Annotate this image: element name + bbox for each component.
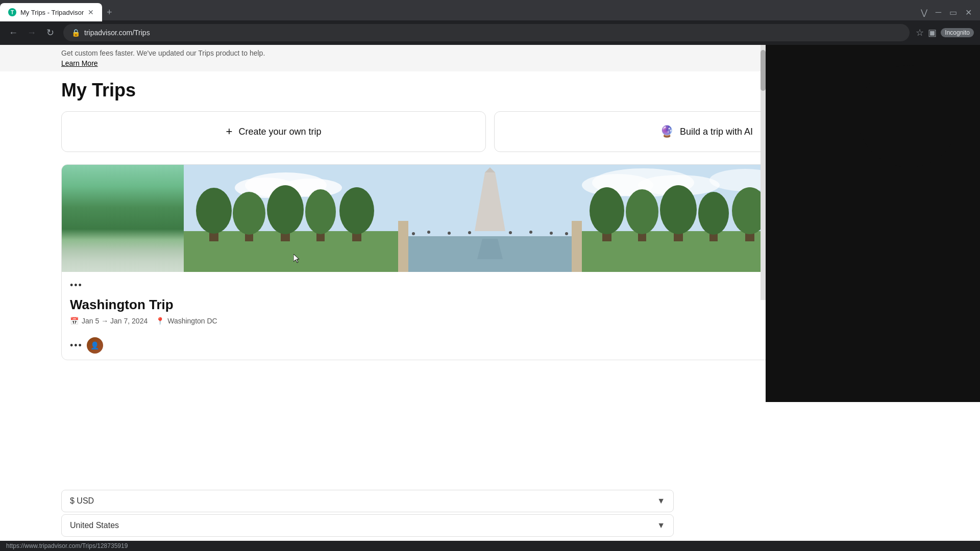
svg-point-24 [590,187,624,234]
build-ai-label: Build a trip with AI [680,127,753,137]
trip-location: 📍 Washington DC [156,317,217,325]
svg-point-28 [660,185,697,234]
trip-footer-more[interactable]: ••• [70,340,83,351]
svg-point-22 [339,187,374,234]
browser-chrome: T My Trips - Tripadvisor ✕ + ⋁ ─ ▭ ✕ ← →… [0,0,980,45]
plus-icon: + [226,125,233,138]
minimize-button[interactable]: ─ [936,8,941,17]
reload-button[interactable]: ↻ [43,26,57,40]
calendar-icon: 📅 [70,317,79,325]
right-panel [766,45,980,372]
svg-point-43 [565,232,568,235]
address-bar: ← → ↻ 🔒 tripadvisor.com/Trips ☆ ▣ Incogn… [0,20,980,45]
svg-point-36 [412,232,415,235]
bookmark-icon[interactable]: ☆ [916,27,924,38]
tab-close-button[interactable]: ✕ [88,8,94,16]
svg-point-41 [529,231,532,234]
trip-date-range: 📅 Jan 5 → Jan 7, 2024 [70,317,148,325]
tab-bar: T My Trips - Tripadvisor ✕ + ⋁ ─ ▭ ✕ [0,0,980,20]
svg-point-18 [267,185,304,234]
location-icon: 📍 [156,317,164,325]
trip-dates: Jan 5 → Jan 7, 2024 [82,317,148,325]
scrollbar-thumb[interactable] [761,50,766,91]
svg-point-16 [233,192,265,235]
tab-favicon: T [8,8,16,16]
svg-point-20 [305,189,336,234]
close-button[interactable]: ✕ [965,8,972,17]
active-tab[interactable]: T My Trips - Tripadvisor ✕ [0,3,102,21]
trip-location-name: Washington DC [167,317,217,325]
back-button[interactable]: ← [6,26,20,40]
right-panel-circle [857,65,960,167]
incognito-badge: Incognito [941,28,974,37]
url-bar[interactable]: 🔒 tripadvisor.com/Trips [63,24,910,41]
svg-point-38 [448,232,451,235]
svg-point-42 [550,232,553,235]
maximize-button[interactable]: ▭ [949,8,957,17]
scrollbar-area[interactable] [761,45,766,300]
lock-icon: 🔒 [71,29,80,37]
ai-icon: 🔮 [660,125,674,138]
reader-mode-icon[interactable]: ▣ [928,27,937,38]
svg-rect-11 [398,221,408,272]
svg-point-30 [698,192,729,235]
svg-point-39 [468,231,471,234]
window-controls: ⋁ ─ ▭ ✕ [921,8,980,17]
svg-point-14 [196,188,232,234]
user-avatar: 👤 [87,337,103,354]
url-text: tripadvisor.com/Trips [84,29,150,37]
create-trip-label: Create your own trip [238,127,321,137]
forward-button[interactable]: → [24,26,39,40]
svg-rect-12 [572,221,582,272]
svg-point-26 [626,189,658,234]
tab-title: My Trips - Tripadvisor [20,9,84,16]
create-trip-button[interactable]: + Create your own trip [61,111,486,152]
svg-point-37 [427,231,430,234]
tab-list-icon[interactable]: ⋁ [921,8,927,17]
svg-point-40 [509,231,512,234]
nav-buttons: ← → ↻ [6,26,57,40]
address-actions: ☆ ▣ Incognito [916,27,974,38]
new-tab-button[interactable]: + [102,5,116,19]
